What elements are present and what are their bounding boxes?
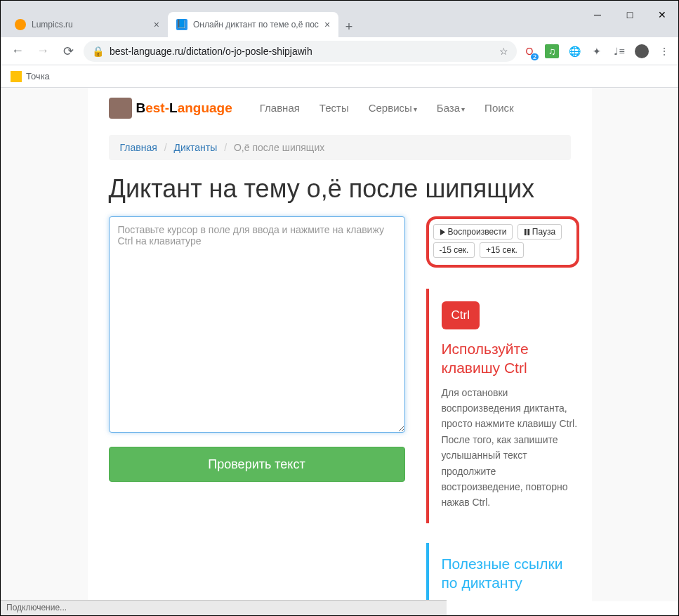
- ctrl-card-title: Используйте клавишу Ctrl: [442, 339, 579, 378]
- play-icon: [440, 229, 446, 235]
- close-window-button[interactable]: ✕: [646, 1, 678, 29]
- play-button[interactable]: Воспроизвести: [433, 224, 513, 240]
- media-ext-icon[interactable]: ♩≡: [612, 44, 626, 58]
- forward-button[interactable]: →: [33, 41, 53, 61]
- address-bar[interactable]: 🔒 best-language.ru/dictation/o-jo-posle-…: [84, 41, 517, 62]
- chevron-down-icon: ▾: [414, 105, 417, 113]
- breadcrumb-home[interactable]: Главная: [120, 142, 157, 153]
- forward-button-audio[interactable]: +15 сек.: [480, 242, 524, 258]
- svg-rect-1: [527, 229, 529, 235]
- links-card-title: Полезные ссылки по диктанту: [442, 554, 579, 593]
- opera-ext-icon[interactable]: O2: [522, 44, 536, 58]
- breadcrumb-current: О,ё после шипящих: [234, 142, 324, 153]
- url-text: best-language.ru/dictation/o-jo-posle-sh…: [110, 46, 312, 57]
- tab-title: Онлайн диктант по теме о,ё пос: [193, 20, 319, 30]
- nav-services[interactable]: Сервисы▾: [359, 95, 427, 121]
- new-tab-button[interactable]: +: [338, 16, 360, 37]
- favicon: 📘: [176, 19, 187, 30]
- browser-tab-1[interactable]: 📘 Онлайн диктант по теме о,ё пос ×: [168, 12, 338, 37]
- page-title: Диктант на тему о,ё после шипящих: [109, 174, 571, 204]
- check-text-button[interactable]: Проверить текст: [109, 447, 405, 482]
- links-card: Полезные ссылки по диктанту Правило О,Ё …: [426, 543, 579, 601]
- ctrl-card-text: Для остановки воспроизведения диктанта, …: [442, 385, 579, 511]
- close-icon[interactable]: ×: [324, 19, 330, 30]
- extensions-icon[interactable]: ✦: [590, 44, 604, 58]
- back-button[interactable]: ←: [8, 41, 27, 61]
- menu-icon[interactable]: ⋮: [657, 44, 671, 58]
- globe-ext-icon[interactable]: 🌐: [567, 44, 581, 58]
- browser-titlebar: Lumpics.ru × 📘 Онлайн диктант по теме о,…: [1, 1, 678, 37]
- bookmark-folder-icon: [11, 71, 22, 82]
- page-content: Best-Language Главная Тесты Сервисы▾ Баз…: [1, 88, 678, 601]
- svg-rect-0: [525, 229, 527, 235]
- rewind-button[interactable]: -15 сек.: [433, 242, 475, 258]
- nav-home[interactable]: Главная: [250, 95, 310, 121]
- tab-title: Lumpics.ru: [32, 20, 148, 30]
- reload-button[interactable]: ⟳: [58, 41, 78, 61]
- maximize-button[interactable]: □: [614, 1, 646, 29]
- nav-base[interactable]: База▾: [427, 95, 475, 121]
- chevron-down-icon: ▾: [461, 105, 465, 113]
- ctrl-info-card: Ctrl Используйте клавишу Ctrl Для остано…: [426, 289, 579, 523]
- bookmark-item[interactable]: Точка: [26, 71, 50, 81]
- close-icon[interactable]: ×: [154, 19, 159, 30]
- breadcrumb: Главная / Диктанты / О,ё после шипящих: [109, 135, 571, 160]
- browser-toolbar: ← → ⟳ 🔒 best-language.ru/dictation/o-jo-…: [1, 37, 678, 65]
- pause-icon: [524, 229, 530, 235]
- audio-controls-highlight: Воспроизвести Пауза -15 сек. +15 сек.: [426, 216, 579, 268]
- site-header: Best-Language Главная Тесты Сервисы▾ Баз…: [88, 88, 592, 128]
- ctrl-badge: Ctrl: [442, 301, 480, 329]
- music-ext-icon[interactable]: ♫: [545, 44, 559, 58]
- bookmarks-bar: Точка: [1, 65, 678, 88]
- star-icon[interactable]: ☆: [499, 46, 508, 57]
- site-logo-text[interactable]: Best-Language: [136, 100, 232, 116]
- breadcrumb-dictations[interactable]: Диктанты: [173, 142, 217, 153]
- browser-statusbar: Подключение...: [1, 600, 447, 615]
- nav-search[interactable]: Поиск: [475, 95, 524, 121]
- nav-tests[interactable]: Тесты: [310, 95, 359, 121]
- site-logo[interactable]: [109, 98, 132, 119]
- browser-tab-0[interactable]: Lumpics.ru ×: [6, 12, 168, 37]
- minimize-button[interactable]: ─: [581, 1, 614, 29]
- favicon: [15, 19, 26, 30]
- profile-avatar[interactable]: [635, 44, 649, 58]
- dictation-textarea[interactable]: [109, 216, 405, 433]
- pause-button[interactable]: Пауза: [518, 224, 562, 240]
- lock-icon: 🔒: [92, 46, 104, 57]
